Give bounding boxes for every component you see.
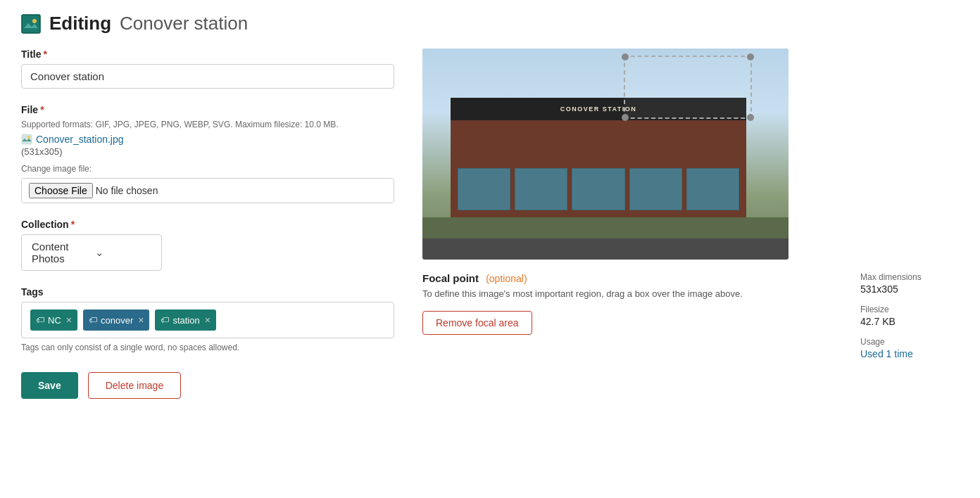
- tag-station-text: station: [172, 315, 199, 326]
- window-2: [515, 168, 567, 210]
- tag-conover-text: conover: [101, 315, 133, 326]
- file-label: File*: [21, 104, 394, 115]
- tags-container[interactable]: 🏷 NC × 🏷 conover × 🏷 station ×: [21, 302, 394, 338]
- meta-info: Max dimensions 531x305 Filesize 42.7 KB …: [860, 272, 959, 369]
- file-dimensions: (531x305): [21, 146, 394, 157]
- svg-rect-1: [24, 17, 38, 31]
- max-dimensions-item: Max dimensions 531x305: [860, 272, 959, 295]
- focal-box[interactable]: [624, 56, 752, 119]
- chevron-down-icon: ⌄: [95, 246, 151, 259]
- focal-desc: To define this image's most important re…: [422, 287, 846, 301]
- tag-icon: 🏷: [36, 315, 44, 325]
- save-button[interactable]: Save: [21, 372, 78, 399]
- title-field-group: Title*: [21, 49, 394, 89]
- tag-conover: 🏷 conover ×: [83, 309, 149, 331]
- max-dimensions-value: 531x305: [860, 283, 959, 295]
- collection-label: Collection*: [21, 219, 394, 230]
- title-input[interactable]: [21, 64, 394, 89]
- focal-title: Focal point (optional): [422, 272, 846, 284]
- left-panel: Title* File* Supported formats: GIF, JPG…: [21, 49, 394, 399]
- focal-handle-tl[interactable]: [622, 53, 629, 60]
- file-field-group: File* Supported formats: GIF, JPG, JPEG,…: [21, 104, 394, 203]
- svg-point-2: [32, 19, 37, 23]
- image-icon: [21, 14, 41, 34]
- tag-nc: 🏷 NC ×: [30, 309, 77, 331]
- file-thumbnail-icon: [21, 134, 32, 145]
- title-label: Title*: [21, 49, 394, 60]
- svg-point-5: [27, 136, 30, 139]
- tag-station-remove[interactable]: ×: [205, 315, 211, 325]
- usage-item: Usage Used 1 time: [860, 337, 959, 359]
- file-input[interactable]: [22, 179, 394, 203]
- usage-link[interactable]: Used 1 time: [860, 348, 913, 359]
- focal-handle-br[interactable]: [747, 114, 754, 121]
- window-4: [629, 168, 682, 210]
- tag-nc-remove[interactable]: ×: [66, 315, 72, 325]
- editing-label: Editing: [49, 13, 111, 34]
- tags-label: Tags: [21, 286, 394, 298]
- max-dimensions-label: Max dimensions: [860, 272, 959, 282]
- tag-nc-text: NC: [48, 315, 61, 326]
- focal-info: Focal point (optional) To define this im…: [422, 272, 846, 369]
- building-windows: [458, 168, 739, 210]
- image-preview-inner: CONOVER STATION: [422, 49, 789, 260]
- change-file-label: Change image file:: [21, 164, 394, 174]
- tag-icon-3: 🏷: [161, 315, 169, 325]
- collection-select[interactable]: Content Photos ⌄: [21, 234, 162, 271]
- remove-focal-button[interactable]: Remove focal area: [422, 311, 532, 335]
- tag-conover-remove[interactable]: ×: [138, 315, 144, 325]
- tag-station: 🏷 station ×: [155, 309, 216, 331]
- usage-label: Usage: [860, 337, 959, 347]
- focal-section: Focal point (optional) To define this im…: [422, 272, 959, 369]
- filesize-label: Filesize: [860, 305, 959, 314]
- filesize-value: 42.7 KB: [860, 316, 959, 327]
- tags-field-group: Tags 🏷 NC × 🏷 conover × 🏷 station ×: [21, 286, 394, 352]
- delete-image-button[interactable]: Delete image: [88, 372, 182, 399]
- action-buttons: Save Delete image: [21, 372, 394, 399]
- focal-handle-tr[interactable]: [747, 53, 754, 60]
- window-3: [572, 168, 624, 210]
- tags-hint: Tags can only consist of a single word, …: [21, 343, 394, 352]
- window-1: [458, 168, 510, 210]
- focal-handle-bl[interactable]: [622, 114, 629, 121]
- road: [422, 238, 789, 260]
- file-link[interactable]: Conover_station.jpg: [21, 134, 394, 145]
- main-layout: Title* File* Supported formats: GIF, JPG…: [0, 42, 980, 420]
- file-formats-text: Supported formats: GIF, JPG, JPEG, PNG, …: [21, 120, 394, 129]
- svg-rect-4: [22, 134, 32, 144]
- right-panel: CONOVER STATION: [422, 49, 959, 399]
- file-input-wrapper[interactable]: [21, 178, 394, 203]
- page-header: Editing Conover station: [0, 0, 980, 42]
- window-5: [686, 168, 739, 210]
- filesize-item: Filesize 42.7 KB: [860, 305, 959, 327]
- image-preview[interactable]: CONOVER STATION: [422, 49, 789, 260]
- collection-field-group: Collection* Content Photos ⌄: [21, 219, 394, 271]
- tag-icon-2: 🏷: [89, 315, 97, 325]
- page-title: Conover station: [120, 13, 248, 34]
